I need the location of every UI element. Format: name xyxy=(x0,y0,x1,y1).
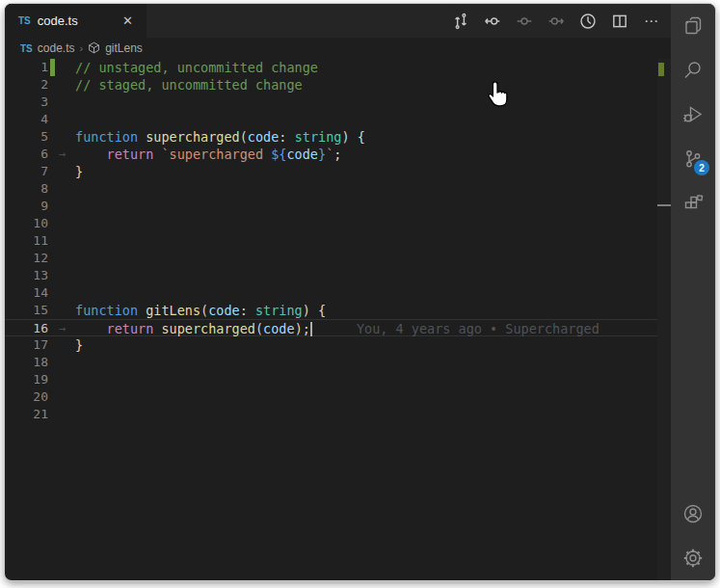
sidebar-item-explorer[interactable] xyxy=(671,4,715,48)
code-line-13[interactable]: 13 xyxy=(5,267,657,284)
open-next-change-icon[interactable] xyxy=(545,10,568,33)
code-editor[interactable]: 1// unstaged, uncommitted change2// stag… xyxy=(5,59,671,580)
more-actions-icon[interactable]: ⋯ xyxy=(640,10,663,33)
code-line-9[interactable]: 9 xyxy=(5,198,657,215)
code-line-4[interactable]: 4 xyxy=(5,111,657,128)
token-punc: ) { xyxy=(303,303,326,318)
code-line-7[interactable]: 7} xyxy=(5,163,657,180)
line-number: 19 xyxy=(5,371,48,388)
code-line-6[interactable]: 6→ return `supercharged ${code}`; xyxy=(5,146,657,163)
code-line-11[interactable]: 11 xyxy=(5,232,657,250)
tab-whitespace-marker: → xyxy=(55,146,75,163)
line-number: 7 xyxy=(5,163,48,180)
tab-close-icon[interactable]: ✕ xyxy=(119,12,137,30)
code-line-14[interactable]: 14 xyxy=(5,284,657,302)
code-line-8[interactable]: 8 xyxy=(5,180,657,198)
line-number: 12 xyxy=(5,250,48,267)
file-history-icon[interactable] xyxy=(576,10,600,33)
code-line-2[interactable]: 2// staged, uncommitted change xyxy=(5,76,657,94)
marker-slot xyxy=(55,198,75,215)
code-line-17[interactable]: 17} xyxy=(5,336,657,354)
line-content xyxy=(75,250,657,267)
code-line-1[interactable]: 1// unstaged, uncommitted change xyxy=(5,59,657,76)
sidebar-item-extensions[interactable] xyxy=(671,181,715,226)
breadcrumb-symbol[interactable]: gitLens xyxy=(105,41,143,55)
sidebar-item-source-control[interactable]: 2 xyxy=(671,137,715,181)
token-kw: function xyxy=(75,129,146,145)
tab-code-ts[interactable]: TS code.ts ✕ xyxy=(5,4,147,38)
line-number: 8 xyxy=(5,180,48,198)
token-param: code xyxy=(286,147,318,162)
token-param: code xyxy=(263,321,295,336)
line-content: // staged, uncommitted change xyxy=(75,76,657,94)
code-line-12[interactable]: 12 xyxy=(5,250,657,267)
line-number: 1 xyxy=(5,59,48,76)
line-number: 5 xyxy=(5,128,48,146)
token-punc: } xyxy=(75,164,83,179)
token-punc: ( xyxy=(240,129,248,145)
settings-gear-icon[interactable] xyxy=(671,536,715,580)
vscode-window: TS code.ts ✕ xyxy=(5,4,715,580)
line-number: 10 xyxy=(5,215,48,232)
marker-slot xyxy=(55,128,75,146)
split-editor-icon[interactable] xyxy=(608,10,631,33)
breadcrumb-file[interactable]: code.ts xyxy=(38,41,75,55)
marker-slot xyxy=(55,284,75,302)
token-cm: // unstaged, uncommitted change xyxy=(75,60,318,75)
token-param: code xyxy=(248,129,280,145)
code-line-15[interactable]: 15function gitLens(code: string) { xyxy=(5,302,657,319)
token-punc: ( xyxy=(200,303,208,318)
line-content xyxy=(75,215,657,232)
token-ctrl: return xyxy=(107,321,162,336)
token-punc: : xyxy=(279,129,294,145)
code-line-10[interactable]: 10 xyxy=(5,215,657,232)
code-lines: 1// unstaged, uncommitted change2// stag… xyxy=(5,59,657,580)
code-line-16[interactable]: 16→ return supercharged(code);You, 4 yea… xyxy=(5,319,657,336)
ruler-change-mark xyxy=(658,63,664,76)
marker-slot xyxy=(55,406,75,423)
code-line-20[interactable]: 20 xyxy=(5,388,657,406)
gitlens-compare-icon[interactable] xyxy=(449,10,472,33)
activity-bar: 2 xyxy=(671,4,715,580)
code-line-3[interactable]: 3 xyxy=(5,94,657,111)
tab-label: code.ts xyxy=(38,13,112,28)
text-cursor xyxy=(310,322,312,336)
gitlens-blame-annotation[interactable]: You, 4 years ago • Supercharged xyxy=(357,321,600,336)
accounts-icon[interactable] xyxy=(671,492,715,536)
open-change-icon[interactable] xyxy=(513,10,536,33)
token-punc: ; xyxy=(333,147,341,162)
tab-whitespace-marker: → xyxy=(55,320,75,335)
line-number: 4 xyxy=(5,111,48,128)
marker-slot xyxy=(55,354,75,371)
code-line-18[interactable]: 18 xyxy=(5,354,657,371)
token-ctrl: return xyxy=(107,147,162,162)
line-content xyxy=(75,388,657,406)
marker-slot xyxy=(55,371,75,388)
marker-slot xyxy=(55,250,75,267)
line-content: return supercharged(code);You, 4 years a… xyxy=(75,320,657,335)
token-punc: } xyxy=(75,337,83,353)
scm-badge: 2 xyxy=(694,160,709,175)
sidebar-item-run-debug[interactable] xyxy=(671,93,715,137)
code-line-5[interactable]: 5function supercharged(code: string) { xyxy=(5,128,657,146)
sidebar-item-search[interactable] xyxy=(671,48,715,93)
open-previous-change-icon[interactable] xyxy=(481,10,504,33)
typescript-file-icon: TS xyxy=(20,43,33,54)
line-content xyxy=(75,371,657,388)
ruler-cursor-mark xyxy=(657,204,671,206)
marker-slot xyxy=(55,94,75,111)
line-number: 18 xyxy=(5,354,48,371)
marker-slot xyxy=(55,336,75,354)
line-number: 3 xyxy=(5,94,48,111)
line-number: 11 xyxy=(5,232,48,250)
line-content xyxy=(75,284,657,302)
marker-slot xyxy=(55,388,75,406)
line-content xyxy=(75,267,657,284)
overview-ruler[interactable] xyxy=(657,59,671,580)
token-cm: // staged, uncommitted change xyxy=(75,77,303,93)
code-line-21[interactable]: 21 xyxy=(5,406,657,423)
code-line-19[interactable]: 19 xyxy=(5,371,657,388)
line-number: 20 xyxy=(5,388,48,406)
line-content: return `supercharged ${code}`; xyxy=(75,146,657,163)
token-param: code xyxy=(208,303,240,318)
